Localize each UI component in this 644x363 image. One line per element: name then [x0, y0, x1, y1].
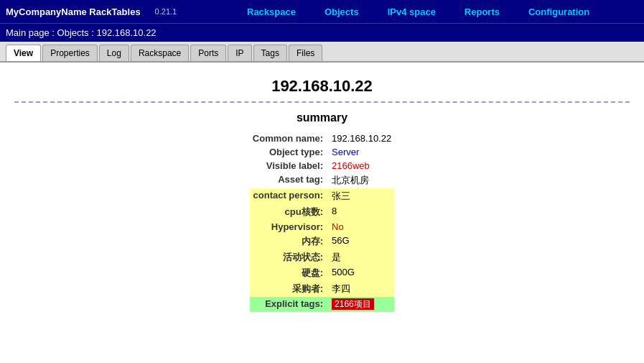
- field-label: Explicit tags:: [250, 297, 326, 312]
- tab-tags[interactable]: Tags: [253, 45, 287, 61]
- field-value-purchaser: 李四: [326, 281, 394, 297]
- field-value-contact: 张三: [326, 188, 394, 204]
- table-row: cpu核数: 8: [250, 204, 394, 220]
- tab-view[interactable]: View: [6, 45, 41, 61]
- field-label: Object type:: [250, 145, 326, 159]
- table-row: Hypervisor: No: [250, 220, 394, 234]
- field-value-common-name: 192.168.10.22: [326, 132, 394, 145]
- breadcrumb: Main page : Objects : 192.168.10.22: [0, 23, 644, 42]
- field-label: 采购者:: [250, 281, 326, 297]
- field-value-hypervisor: No: [326, 220, 394, 234]
- field-label: 内存:: [250, 234, 326, 249]
- table-row: Visible label: 2166web: [250, 159, 394, 173]
- brand-name: MyCompanyName RackTables: [6, 6, 141, 17]
- field-value-asset-tag: 北京机房: [326, 173, 394, 188]
- field-value-memory: 56G: [326, 234, 394, 249]
- nav-reports[interactable]: Reports: [465, 6, 500, 17]
- table-row: Asset tag: 北京机房: [250, 173, 394, 188]
- field-value-cpu: 8: [326, 204, 394, 220]
- field-label: cpu核数:: [250, 204, 326, 220]
- table-row: 硬盘: 500G: [250, 265, 394, 281]
- table-row: Common name: 192.168.10.22: [250, 132, 394, 145]
- field-value-object-type: Server: [326, 145, 394, 159]
- field-label: Hypervisor:: [250, 220, 326, 234]
- table-row: 活动状态: 是: [250, 249, 394, 265]
- nav-configuration[interactable]: Configuration: [528, 6, 589, 17]
- tab-files[interactable]: Files: [289, 45, 322, 61]
- object-type-link[interactable]: Server: [332, 147, 359, 157]
- divider: [14, 101, 630, 103]
- table-row: 采购者: 李四: [250, 281, 394, 297]
- nav-ipv4[interactable]: IPv4 space: [388, 6, 436, 17]
- summary-section: summary Common name: 192.168.10.22 Objec…: [14, 111, 630, 312]
- table-row: Object type: Server: [250, 145, 394, 159]
- summary-heading: summary: [297, 111, 347, 124]
- visible-label-link[interactable]: 2166web: [332, 160, 370, 171]
- field-label: 活动状态:: [250, 249, 326, 265]
- top-nav: MyCompanyName RackTables 0.21.1 Rackspac…: [0, 0, 644, 23]
- nav-links: Rackspace Objects IPv4 space Reports Con…: [198, 6, 638, 17]
- field-label: Asset tag:: [250, 173, 326, 188]
- field-label: Visible label:: [250, 159, 326, 173]
- tab-properties[interactable]: Properties: [42, 45, 98, 61]
- tab-ports[interactable]: Ports: [190, 45, 226, 61]
- tab-ip[interactable]: IP: [228, 45, 251, 61]
- tab-rackspace[interactable]: Rackspace: [131, 45, 189, 61]
- nav-objects[interactable]: Objects: [325, 6, 359, 17]
- field-value-active-status: 是: [326, 249, 394, 265]
- field-value-disk: 500G: [326, 265, 394, 281]
- explicit-tag[interactable]: 2166项目: [332, 298, 374, 310]
- tab-log[interactable]: Log: [99, 45, 129, 61]
- field-value-visible-label: 2166web: [326, 159, 394, 173]
- object-title: 192.168.10.22: [14, 77, 630, 96]
- table-row: contact person: 张三: [250, 188, 394, 204]
- hypervisor-link[interactable]: No: [332, 221, 344, 232]
- field-label: Common name:: [250, 132, 326, 145]
- field-label: contact person:: [250, 188, 326, 204]
- app-version: 0.21.1: [155, 7, 177, 16]
- table-row: Explicit tags: 2166项目: [250, 297, 394, 312]
- tab-bar: View Properties Log Rackspace Ports IP T…: [0, 42, 644, 63]
- nav-rackspace[interactable]: Rackspace: [247, 6, 296, 17]
- field-value-explicit-tags: 2166项目: [326, 297, 394, 312]
- table-row: 内存: 56G: [250, 234, 394, 249]
- field-label: 硬盘:: [250, 265, 326, 281]
- main-content: 192.168.10.22 summary Common name: 192.1…: [0, 63, 644, 319]
- summary-table: Common name: 192.168.10.22 Object type: …: [250, 132, 394, 312]
